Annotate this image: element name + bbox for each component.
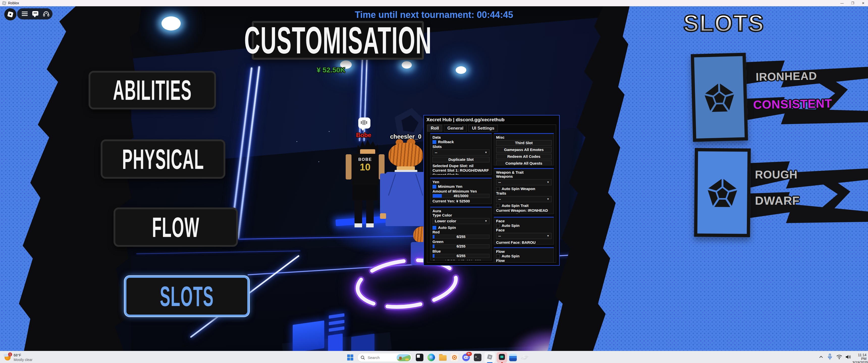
taskbar-weather[interactable]: 1 68°F Mostly clear — [3, 353, 79, 362]
app-icon-edge[interactable] — [428, 354, 435, 361]
roblox-toolbar — [17, 8, 53, 20]
slot-card-2[interactable] — [694, 148, 751, 237]
section-title: Data — [433, 135, 490, 139]
weapons-dropdown[interactable]: --▼ — [496, 179, 552, 185]
zigzag-arrow — [732, 159, 868, 229]
app-icon-widgets[interactable] — [416, 354, 424, 361]
traits-label: Traits — [496, 191, 552, 195]
tab-ui-settings[interactable]: UI Settings — [468, 125, 498, 132]
xecret-hub-window[interactable]: Xecret Hub | discord.gg/xecrethub Roll G… — [424, 115, 560, 266]
player-shoe — [354, 223, 362, 227]
section-title: Aura — [433, 209, 490, 213]
slots-dropdown[interactable]: --▼ — [433, 150, 490, 156]
search-box[interactable] — [357, 353, 412, 362]
current-weapon-text: Current Weapon: IRONHEAD — [496, 208, 552, 213]
minimize-button[interactable]: — — [837, 0, 847, 6]
player-leg — [354, 200, 362, 223]
gamepass-emotes-button[interactable]: Gamepass All Emotes — [496, 147, 552, 153]
menu-button-flow[interactable]: FLOW — [114, 207, 238, 247]
start-button[interactable] — [347, 355, 353, 361]
app-icon-spiral[interactable] — [451, 354, 458, 361]
duplicate-slot-button[interactable]: Duplicate Slot — [433, 157, 490, 162]
search-icon — [361, 356, 365, 360]
red-slider[interactable]: 6/255 — [433, 235, 490, 239]
app-icon-recorder-active[interactable] — [497, 352, 507, 363]
wifi-icon[interactable] — [836, 355, 842, 360]
min-yen-slider[interactable]: 491/3000 — [433, 194, 490, 198]
flow-auto-spin-label: Auto Spin — [502, 254, 520, 258]
third-slot-button[interactable]: Third Slot — [496, 140, 552, 146]
chevron-down-icon: ▼ — [547, 179, 549, 185]
aura-auto-spin-checkbox[interactable] — [433, 226, 436, 230]
app-icon-waves[interactable] — [509, 354, 517, 361]
current-face-text: Current Face: BAROU — [496, 240, 552, 244]
speaker-icon[interactable] — [845, 355, 852, 360]
menu-button-abilities[interactable]: ABILITIES — [89, 71, 216, 109]
search-highlight-image — [397, 354, 411, 361]
hub-window-title: Xecret Hub | discord.gg/xecrethub — [427, 117, 504, 123]
player-bobe: Bobe BOBE 10 — [349, 116, 385, 234]
hub-window-body: Roll General UI Settings Data Rollback S… — [427, 125, 556, 263]
app-icon-terminal[interactable]: >_ — [474, 354, 482, 361]
green-label: Green — [433, 240, 490, 244]
flow-auto-spin-checkbox[interactable] — [496, 254, 500, 258]
menu-button-slots[interactable]: SLOTS — [125, 276, 249, 317]
blue-slider[interactable]: 6/255 — [433, 254, 490, 258]
tray-expand-icon[interactable] — [819, 356, 823, 359]
slot-trait-label: DWARF — [755, 194, 800, 207]
face-dropdown[interactable]: --▼ — [496, 233, 552, 239]
tab-general[interactable]: General — [444, 125, 467, 132]
section-face: Face Auto Spin Face --▼ Current Face: BA… — [494, 217, 554, 244]
current-yen-text: Current Yen: ¥ 52500 — [433, 199, 490, 203]
auto-spin-weapon-checkbox[interactable] — [496, 187, 500, 191]
clock-time: 11:14 PM — [852, 353, 867, 361]
pentagon-emblem-icon — [703, 82, 735, 113]
restore-button[interactable]: ❐ — [848, 0, 858, 6]
menu-button-physical[interactable]: PHYSICAL — [101, 139, 225, 179]
face-auto-spin-label: Auto Spin — [502, 223, 520, 228]
section-title: Yen — [433, 180, 490, 184]
auto-spin-trait-checkbox[interactable] — [496, 204, 500, 208]
complete-quests-button[interactable]: Complete All Quests — [496, 161, 552, 165]
menu-button-label: SLOTS — [160, 280, 214, 312]
clock-date: 3/19/2025 — [852, 361, 867, 363]
app-icon-saturn[interactable] — [521, 354, 528, 361]
current-slot2-text: Current Slot 2: — [433, 173, 490, 175]
green-slider[interactable]: 6/255 — [433, 244, 490, 248]
app-icon-discord[interactable]: 9+ — [462, 354, 470, 361]
section-title: Face — [496, 219, 552, 223]
headphones-icon[interactable] — [43, 10, 50, 17]
flow-label: Flow — [496, 259, 552, 263]
redeem-codes-button[interactable]: Redeem All Codes — [496, 154, 552, 159]
tab-roll[interactable]: Roll — [427, 125, 442, 132]
glowing-screen — [351, 334, 374, 351]
microphone-icon[interactable] — [828, 354, 832, 360]
screen: Bobe BOBE 10 cheesler_0 — [0, 0, 868, 363]
rollback-checkbox[interactable] — [433, 140, 436, 144]
chat-icon[interactable] — [32, 11, 38, 15]
type-color-label: Type Color — [433, 213, 490, 217]
player-hand — [380, 213, 386, 219]
ceiling-light — [456, 66, 466, 74]
slot-card-1[interactable] — [691, 53, 748, 142]
traits-dropdown[interactable]: --▼ — [496, 196, 552, 202]
auto-spin-weapon-label: Auto Spin Weapon — [502, 187, 535, 191]
chevron-down-icon: ▼ — [485, 150, 487, 155]
ceiling-light — [402, 61, 412, 69]
taskbar: 1 68°F Mostly clear — [0, 351, 868, 363]
app-icon-file-explorer[interactable] — [439, 354, 446, 361]
hamburger-menu-icon[interactable] — [22, 11, 28, 16]
os-titlebar: Roblox — ❐ ✕ — [0, 0, 868, 6]
search-input[interactable] — [367, 355, 395, 361]
amount-min-yen-label: Amount of Minimum Yen — [433, 189, 490, 193]
clock[interactable]: 11:14 PM 3/19/2025 — [852, 353, 867, 363]
app-icon-roblox-active[interactable] — [485, 352, 495, 363]
type-color-dropdown[interactable]: Lower color▼ — [433, 218, 490, 224]
minimum-yen-checkbox[interactable] — [433, 185, 436, 189]
player-nametag: Bobe — [356, 132, 371, 139]
slots-label: Slots — [433, 144, 490, 149]
face-auto-spin-checkbox[interactable] — [496, 224, 500, 228]
close-button[interactable]: ✕ — [859, 0, 868, 6]
roblox-menu-button[interactable] — [4, 8, 17, 21]
min-yen-value: 491/3000 — [433, 194, 489, 198]
